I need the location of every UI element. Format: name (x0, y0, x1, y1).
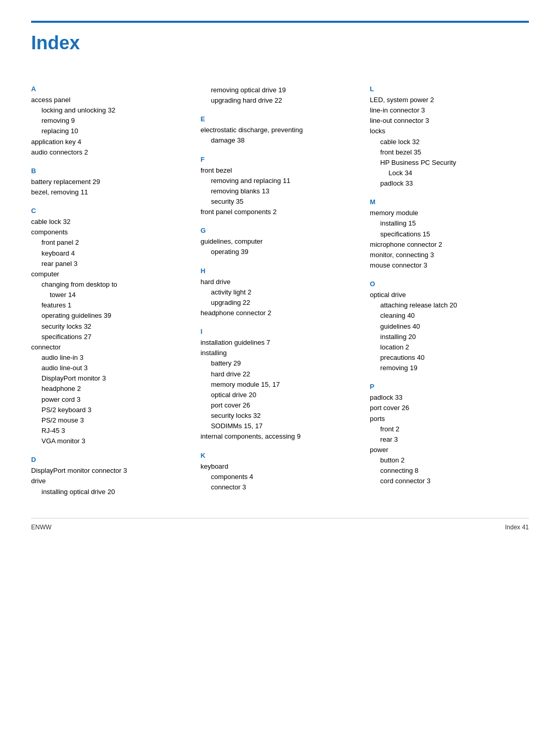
index-entry: port cover 26 (201, 400, 360, 411)
entry-text: tower 14 (31, 290, 190, 300)
entry-text: PS/2 mouse 3 (31, 415, 190, 426)
entry-text: DisplayPort monitor 3 (31, 373, 190, 384)
entry-text: locking and unlocking 32 (31, 105, 190, 116)
section-letter-o: O (370, 280, 529, 288)
entry-text: internal components, accessing 9 (201, 431, 360, 442)
entry-text: RJ-45 3 (31, 426, 190, 436)
entry-text: cord connector 3 (370, 476, 529, 486)
section-letter-k: K (201, 452, 360, 459)
section-letter-b: B (31, 167, 190, 175)
footer: ENWW Index 41 (31, 518, 529, 531)
index-entry: drive (31, 476, 190, 486)
entry-text: cable lock 32 (370, 137, 529, 147)
index-entry: components (31, 227, 190, 237)
entry-text: security locks 32 (31, 321, 190, 332)
index-entry: keyboard (201, 461, 360, 472)
entry-text: headphone 2 (31, 384, 190, 394)
index-entry: upgrading hard drive 22 (201, 95, 360, 106)
entry-text: power (370, 445, 529, 455)
entry-text: activity light 2 (201, 287, 360, 298)
entry-text: installing (201, 348, 360, 358)
top-border (31, 21, 529, 23)
index-entry: removing blanks 13 (201, 186, 360, 196)
entry-text: battery 29 (201, 358, 360, 369)
index-entry: HP Business PC Security (370, 158, 529, 168)
entry-text: battery replacement 29 (31, 177, 190, 187)
index-entry: battery 29 (201, 358, 360, 369)
index-entry: padlock 33 (370, 392, 529, 403)
entry-text: front 2 (370, 424, 529, 434)
index-entry: features 1 (31, 300, 190, 311)
entry-text: components (31, 227, 190, 237)
entry-text: locks (370, 126, 529, 136)
index-entry: installing 15 (370, 218, 529, 229)
index-entry: specifications 27 (31, 332, 190, 342)
index-entry: removing and replacing 11 (201, 176, 360, 186)
entry-text: cleaning 40 (370, 311, 529, 321)
index-entry: removing optical drive 19 (201, 85, 360, 95)
entry-text: mouse connector 3 (370, 260, 529, 271)
entry-text: Lock 34 (370, 168, 529, 178)
index-entry: location 2 (370, 342, 529, 353)
index-entry: upgrading 22 (201, 298, 360, 308)
entry-text: connecting 8 (370, 466, 529, 476)
entry-text: security locks 32 (201, 411, 360, 421)
entry-text: upgrading 22 (201, 298, 360, 308)
index-entry: PS/2 keyboard 3 (31, 405, 190, 415)
index-entry: attaching release latch 20 (370, 300, 529, 311)
index-entry: hard drive (201, 277, 360, 287)
entry-text: guidelines, computer (201, 236, 360, 247)
entry-text: connector (31, 342, 190, 353)
index-entry: front panel 2 (31, 237, 190, 248)
index-entry: damage 38 (201, 135, 360, 146)
entry-text: DisplayPort monitor connector 3 (31, 466, 190, 476)
entry-text: application key 4 (31, 137, 190, 147)
entry-text: microphone connector 2 (370, 240, 529, 250)
index-entry: rear panel 3 (31, 259, 190, 269)
entry-text: computer (31, 269, 190, 279)
page-container: Index Aaccess panellocking and unlocking… (31, 21, 529, 531)
entry-text: removing 19 (370, 363, 529, 373)
entry-text: operating guidelines 39 (31, 311, 190, 321)
index-entry: PS/2 mouse 3 (31, 415, 190, 426)
section-letter-h: H (201, 267, 360, 275)
entry-text: installing optical drive 20 (31, 487, 190, 497)
index-entry: computer (31, 269, 190, 279)
index-entry: microphone connector 2 (370, 240, 529, 250)
entry-text: PS/2 keyboard 3 (31, 405, 190, 415)
entry-text: features 1 (31, 300, 190, 311)
entry-text: audio line-in 3 (31, 353, 190, 363)
entry-text: memory module (370, 208, 529, 218)
index-entry: connecting 8 (370, 466, 529, 476)
entry-text: location 2 (370, 342, 529, 353)
entry-text: installing 15 (370, 218, 529, 229)
index-entry: guidelines, computer (201, 236, 360, 247)
entry-text: port cover 26 (370, 403, 529, 413)
index-entry: locks (370, 126, 529, 136)
index-entry: LED, system power 2 (370, 95, 529, 105)
index-entry: VGA monitor 3 (31, 436, 190, 446)
page-title: Index (31, 32, 529, 54)
index-entry: removing 9 (31, 116, 190, 126)
index-entry: Lock 34 (370, 168, 529, 178)
entry-text: operating 39 (201, 247, 360, 257)
entry-text: headphone connector 2 (201, 308, 360, 318)
entry-text: keyboard (201, 461, 360, 472)
index-entry: security locks 32 (31, 321, 190, 332)
index-entry: line-in connector 3 (370, 105, 529, 116)
index-entry: monitor, connecting 3 (370, 250, 529, 260)
entry-text: removing 9 (31, 116, 190, 126)
entry-text: optical drive (370, 290, 529, 300)
index-entry: memory module 15, 17 (201, 379, 360, 390)
index-entry: ports (370, 414, 529, 424)
index-entry: audio line-out 3 (31, 363, 190, 373)
section-letter-p: P (370, 383, 529, 390)
entry-text: hard drive 22 (201, 369, 360, 379)
section-letter-l: L (370, 85, 529, 93)
entry-text: removing blanks 13 (201, 186, 360, 196)
section-letter-g: G (201, 227, 360, 234)
footer-right: Index 41 (505, 524, 529, 531)
index-entry: specifications 15 (370, 229, 529, 240)
entry-text: precautions 40 (370, 353, 529, 363)
index-entry: internal components, accessing 9 (201, 431, 360, 442)
